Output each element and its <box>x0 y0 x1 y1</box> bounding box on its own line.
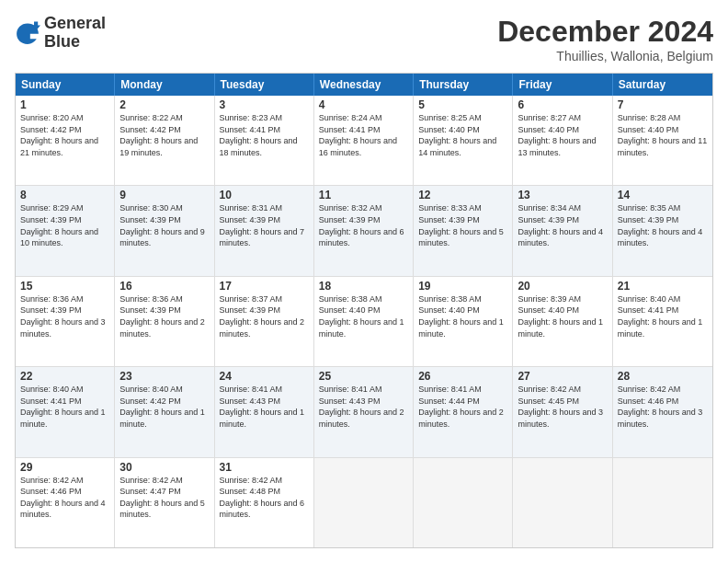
cell-info: Sunrise: 8:31 AMSunset: 4:39 PMDaylight:… <box>220 202 309 248</box>
day-cell-8: 8Sunrise: 8:29 AMSunset: 4:39 PMDaylight… <box>16 186 115 275</box>
empty-cell <box>613 458 712 547</box>
header: General Blue December 2024 Thuillies, Wa… <box>15 15 713 63</box>
day-cell-24: 24Sunrise: 8:41 AMSunset: 4:43 PMDayligh… <box>215 367 314 456</box>
cell-info: Sunrise: 8:40 AMSunset: 4:41 PMDaylight:… <box>20 384 109 430</box>
day-number: 4 <box>319 98 408 111</box>
logo-icon <box>15 20 40 46</box>
day-number: 24 <box>220 370 309 383</box>
page: General Blue December 2024 Thuillies, Wa… <box>0 0 728 563</box>
cell-info: Sunrise: 8:41 AMSunset: 4:44 PMDaylight:… <box>418 384 507 430</box>
empty-cell <box>414 458 513 547</box>
day-cell-28: 28Sunrise: 8:42 AMSunset: 4:46 PMDayligh… <box>613 367 712 456</box>
day-cell-11: 11Sunrise: 8:32 AMSunset: 4:39 PMDayligh… <box>314 186 414 275</box>
day-header-saturday: Saturday <box>613 74 712 96</box>
cell-info: Sunrise: 8:27 AMSunset: 4:40 PMDaylight:… <box>518 112 607 158</box>
day-number: 15 <box>20 280 109 293</box>
cell-info: Sunrise: 8:23 AMSunset: 4:41 PMDaylight:… <box>220 112 309 158</box>
day-number: 11 <box>319 189 408 201</box>
cell-info: Sunrise: 8:42 AMSunset: 4:47 PMDaylight:… <box>119 475 209 521</box>
day-cell-20: 20Sunrise: 8:39 AMSunset: 4:40 PMDayligh… <box>513 277 612 366</box>
calendar-row-2: 8Sunrise: 8:29 AMSunset: 4:39 PMDaylight… <box>16 185 712 275</box>
day-header-tuesday: Tuesday <box>215 74 314 96</box>
day-cell-23: 23Sunrise: 8:40 AMSunset: 4:42 PMDayligh… <box>115 367 214 456</box>
day-cell-30: 30Sunrise: 8:42 AMSunset: 4:47 PMDayligh… <box>115 458 214 547</box>
day-cell-1: 1Sunrise: 8:20 AMSunset: 4:42 PMDaylight… <box>16 96 115 185</box>
day-number: 21 <box>618 280 708 293</box>
day-cell-19: 19Sunrise: 8:38 AMSunset: 4:40 PMDayligh… <box>414 277 513 366</box>
day-header-thursday: Thursday <box>414 74 513 96</box>
cell-info: Sunrise: 8:42 AMSunset: 4:48 PMDaylight:… <box>220 475 309 521</box>
day-cell-16: 16Sunrise: 8:36 AMSunset: 4:39 PMDayligh… <box>115 277 214 366</box>
day-number: 7 <box>618 98 708 111</box>
cell-info: Sunrise: 8:24 AMSunset: 4:41 PMDaylight:… <box>319 112 408 158</box>
cell-info: Sunrise: 8:25 AMSunset: 4:40 PMDaylight:… <box>418 112 507 158</box>
cell-info: Sunrise: 8:41 AMSunset: 4:43 PMDaylight:… <box>319 384 408 430</box>
day-number: 22 <box>20 370 109 383</box>
cell-info: Sunrise: 8:38 AMSunset: 4:40 PMDaylight:… <box>319 293 408 339</box>
day-cell-13: 13Sunrise: 8:34 AMSunset: 4:39 PMDayligh… <box>513 186 612 275</box>
cell-info: Sunrise: 8:36 AMSunset: 4:39 PMDaylight:… <box>20 293 109 339</box>
calendar-row-1: 1Sunrise: 8:20 AMSunset: 4:42 PMDaylight… <box>16 96 712 185</box>
day-header-wednesday: Wednesday <box>314 74 414 96</box>
logo: General Blue <box>15 15 106 52</box>
cell-info: Sunrise: 8:29 AMSunset: 4:39 PMDaylight:… <box>20 202 109 248</box>
day-number: 13 <box>518 189 607 201</box>
cell-info: Sunrise: 8:42 AMSunset: 4:46 PMDaylight:… <box>20 475 109 521</box>
cell-info: Sunrise: 8:33 AMSunset: 4:39 PMDaylight:… <box>418 202 507 248</box>
day-cell-21: 21Sunrise: 8:40 AMSunset: 4:41 PMDayligh… <box>613 277 712 366</box>
location-subtitle: Thuillies, Wallonia, Belgium <box>497 49 713 63</box>
day-number: 6 <box>518 98 607 111</box>
calendar-body: 1Sunrise: 8:20 AMSunset: 4:42 PMDaylight… <box>16 96 712 547</box>
day-number: 3 <box>220 98 309 111</box>
cell-info: Sunrise: 8:34 AMSunset: 4:39 PMDaylight:… <box>518 202 607 248</box>
day-number: 10 <box>220 189 309 201</box>
day-number: 8 <box>20 189 109 201</box>
cell-info: Sunrise: 8:35 AMSunset: 4:39 PMDaylight:… <box>618 202 708 248</box>
day-number: 17 <box>220 280 309 293</box>
empty-cell <box>314 458 414 547</box>
cell-info: Sunrise: 8:36 AMSunset: 4:39 PMDaylight:… <box>119 293 209 339</box>
cell-info: Sunrise: 8:28 AMSunset: 4:40 PMDaylight:… <box>618 112 708 158</box>
cell-info: Sunrise: 8:32 AMSunset: 4:39 PMDaylight:… <box>319 202 408 248</box>
calendar: SundayMondayTuesdayWednesdayThursdayFrid… <box>15 73 713 548</box>
day-number: 5 <box>418 98 507 111</box>
calendar-row-4: 22Sunrise: 8:40 AMSunset: 4:41 PMDayligh… <box>16 366 712 456</box>
cell-info: Sunrise: 8:22 AMSunset: 4:42 PMDaylight:… <box>119 112 209 158</box>
day-header-friday: Friday <box>513 74 612 96</box>
day-cell-26: 26Sunrise: 8:41 AMSunset: 4:44 PMDayligh… <box>414 367 513 456</box>
cell-info: Sunrise: 8:37 AMSunset: 4:39 PMDaylight:… <box>220 293 309 339</box>
cell-info: Sunrise: 8:30 AMSunset: 4:39 PMDaylight:… <box>119 202 209 248</box>
calendar-header: SundayMondayTuesdayWednesdayThursdayFrid… <box>16 74 712 96</box>
day-number: 9 <box>119 189 209 201</box>
day-cell-18: 18Sunrise: 8:38 AMSunset: 4:40 PMDayligh… <box>314 277 414 366</box>
day-cell-9: 9Sunrise: 8:30 AMSunset: 4:39 PMDaylight… <box>115 186 214 275</box>
day-cell-2: 2Sunrise: 8:22 AMSunset: 4:42 PMDaylight… <box>115 96 214 185</box>
day-cell-7: 7Sunrise: 8:28 AMSunset: 4:40 PMDaylight… <box>613 96 712 185</box>
title-block: December 2024 Thuillies, Wallonia, Belgi… <box>497 15 713 63</box>
calendar-row-5: 29Sunrise: 8:42 AMSunset: 4:46 PMDayligh… <box>16 457 712 547</box>
cell-info: Sunrise: 8:40 AMSunset: 4:41 PMDaylight:… <box>618 293 708 339</box>
day-cell-29: 29Sunrise: 8:42 AMSunset: 4:46 PMDayligh… <box>16 458 115 547</box>
day-number: 30 <box>119 461 209 474</box>
cell-info: Sunrise: 8:39 AMSunset: 4:40 PMDaylight:… <box>518 293 607 339</box>
day-number: 28 <box>618 370 708 383</box>
day-number: 27 <box>518 370 607 383</box>
cell-info: Sunrise: 8:42 AMSunset: 4:46 PMDaylight:… <box>618 384 708 430</box>
day-number: 25 <box>319 370 408 383</box>
day-number: 23 <box>119 370 209 383</box>
day-number: 1 <box>20 98 109 111</box>
day-cell-31: 31Sunrise: 8:42 AMSunset: 4:48 PMDayligh… <box>215 458 314 547</box>
day-number: 2 <box>119 98 209 111</box>
day-number: 26 <box>418 370 507 383</box>
day-number: 19 <box>418 280 507 293</box>
cell-info: Sunrise: 8:41 AMSunset: 4:43 PMDaylight:… <box>220 384 309 430</box>
day-cell-15: 15Sunrise: 8:36 AMSunset: 4:39 PMDayligh… <box>16 277 115 366</box>
day-number: 18 <box>319 280 408 293</box>
cell-info: Sunrise: 8:42 AMSunset: 4:45 PMDaylight:… <box>518 384 607 430</box>
day-cell-17: 17Sunrise: 8:37 AMSunset: 4:39 PMDayligh… <box>215 277 314 366</box>
day-number: 16 <box>119 280 209 293</box>
day-number: 29 <box>20 461 109 474</box>
day-cell-4: 4Sunrise: 8:24 AMSunset: 4:41 PMDaylight… <box>314 96 414 185</box>
month-title: December 2024 <box>497 15 713 49</box>
calendar-row-3: 15Sunrise: 8:36 AMSunset: 4:39 PMDayligh… <box>16 276 712 366</box>
